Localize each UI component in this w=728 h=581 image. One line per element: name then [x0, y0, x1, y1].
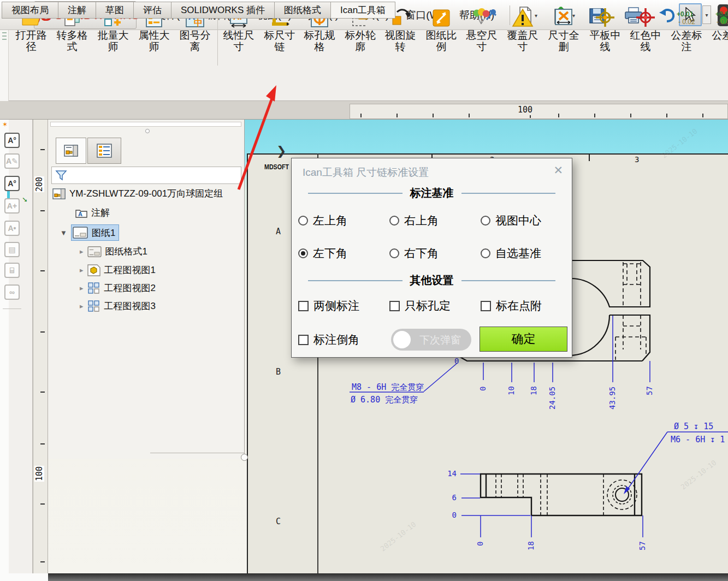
hole-callout2-line2[interactable]: M6 - 6H ↧ 1	[671, 435, 725, 444]
radio-icon[interactable]	[389, 248, 399, 258]
checkbox-icon[interactable]	[298, 335, 309, 345]
ribbon-tolerance-label-button[interactable]: +0.01 - 0.02 公差标注	[666, 3, 707, 69]
ordinate-dim[interactable]: 57	[645, 386, 654, 395]
ordinate-dim[interactable]: 18	[526, 541, 535, 550]
toggle-knob[interactable]	[393, 331, 411, 348]
ordinate-dim[interactable]: 6	[438, 493, 457, 502]
tab-display-pane[interactable]	[87, 138, 121, 164]
radio-checked-icon[interactable]	[298, 248, 308, 258]
section-other-settings: 其他设置	[308, 273, 555, 288]
radio-view-center[interactable]: 视图中心	[481, 213, 541, 228]
hole-callout-line2[interactable]: Ø 6.80 完全贯穿	[351, 395, 418, 405]
ordinate-dim[interactable]: 0	[438, 511, 457, 519]
ordinate-jog-zero[interactable]: 0	[454, 357, 459, 365]
note-edit-icon[interactable]: A✎	[4, 153, 20, 169]
ribbon-floating-dim-button[interactable]: 悬空尺寸	[461, 3, 502, 69]
checkbox-both-sides[interactable]: 两侧标注	[298, 298, 359, 313]
note-lock-icon[interactable]: A•	[4, 221, 20, 236]
ruler-tick	[530, 115, 531, 118]
ribbon-tolerance-2-button[interactable]: +0.0 - 0.0 公差排	[707, 3, 728, 69]
checkbox-icon[interactable]	[298, 301, 309, 311]
radio-icon[interactable]	[481, 248, 490, 258]
expander-icon[interactable]: ▸	[80, 284, 84, 292]
tree-item-sheet1[interactable]: ▼ 图纸1	[60, 224, 119, 241]
ordinate-dim[interactable]: 57	[638, 541, 647, 550]
tab-solidworks-addins[interactable]: SOLIDWORKS 插件	[171, 2, 274, 19]
radio-icon[interactable]	[298, 216, 308, 226]
tree-item-view1[interactable]: ▸ 工程图视图1	[80, 264, 156, 276]
svg-text:- 0.0: - 0.0	[717, 18, 728, 26]
next-popup-toggle[interactable]: 下次弹窗	[391, 329, 471, 351]
drawing-document-icon	[52, 188, 66, 200]
tree-item-label: 注解	[91, 206, 110, 219]
tab-sketch[interactable]: 草图	[96, 2, 133, 19]
close-icon[interactable]: ✕	[553, 164, 563, 177]
tab-annotation[interactable]: 注解	[58, 2, 96, 19]
balloons-icon	[471, 8, 493, 28]
ordinate-dim[interactable]: 24.05	[548, 387, 557, 410]
tolerance-values-icon: +0.01 - 0.02	[673, 8, 700, 28]
ok-button[interactable]: 确定	[480, 327, 567, 352]
dialog-title: Ican工具箱 尺寸链标准设置	[303, 165, 429, 180]
note-export-icon[interactable]: A°	[4, 176, 20, 191]
warning-triangle-icon	[512, 8, 534, 28]
ordinate-dim[interactable]: 43.95	[608, 387, 617, 410]
radio-icon[interactable]	[481, 216, 490, 226]
note-add-icon[interactable]: A+	[4, 198, 20, 214]
tree-filter-input[interactable]	[51, 167, 241, 184]
ribbon-sheet-scale-button[interactable]: 图纸比例	[421, 3, 461, 69]
tree-item-view2[interactable]: ▸ 工程图视图2	[80, 282, 156, 294]
x-box-icon	[553, 8, 575, 28]
note-save-icon[interactable]: ▤	[4, 242, 20, 257]
radio-top-left[interactable]: 左上角	[298, 213, 347, 228]
tree-item-annotations[interactable]: A 注解	[75, 206, 110, 219]
radio-bottom-left[interactable]: 左下角	[298, 246, 347, 261]
ruler-label: 100	[34, 466, 44, 482]
tab-ican-toolbox[interactable]: Ican工具箱	[330, 2, 395, 19]
bottom-edge-strip	[48, 573, 728, 581]
checkbox-holes-only[interactable]: 只标孔定	[389, 298, 451, 313]
expander-icon[interactable]: ▸	[80, 302, 84, 310]
panel-collapse-handle[interactable]	[241, 454, 248, 461]
note-region-icon[interactable]: ⌸	[4, 263, 20, 278]
hole-callout-line1[interactable]: M8 - 6H 完全贯穿	[352, 382, 424, 393]
tab-evaluate[interactable]: 评估	[133, 2, 171, 19]
feature-tree-icon	[64, 144, 78, 157]
selected-row-highlight[interactable]: 图纸1	[71, 224, 119, 241]
ordinate-dim[interactable]: 0	[478, 387, 487, 391]
expander-icon[interactable]: ▸	[80, 266, 84, 274]
tab-sheet-format[interactable]: 图纸格式	[274, 2, 330, 19]
ruler-tick	[40, 331, 45, 333]
ribbon-red-centerline-button[interactable]: 红色中线	[625, 3, 666, 69]
checkbox-icon[interactable]	[389, 301, 400, 311]
ribbon-delete-all-dims-button[interactable]: 尺寸全删	[543, 3, 584, 69]
ruler-tick	[40, 443, 45, 444]
tab-view-layout[interactable]: 视图布局	[2, 2, 58, 19]
ribbon-flat-centerline-button[interactable]: 平板中线	[585, 3, 625, 69]
panel-resize-handle[interactable]	[145, 129, 150, 133]
checkbox-chamfer[interactable]: 标注倒角	[298, 332, 359, 347]
tree-item-sheet-format1[interactable]: ▸ 图纸格式1	[80, 245, 147, 258]
star-badge-icon: ✶	[2, 121, 8, 128]
radio-bottom-right[interactable]: 右下角	[389, 246, 439, 261]
radio-custom-datum[interactable]: 自选基准	[481, 246, 541, 261]
hole-callout2-line1[interactable]: Ø 5 ↧ 15	[674, 422, 713, 431]
checkbox-near-points[interactable]: 标在点附	[481, 298, 542, 313]
ribbon-override-dim-button[interactable]: 覆盖尺寸	[502, 3, 543, 69]
checkbox-icon[interactable]	[481, 301, 491, 311]
ordinate-dim[interactable]: 18	[529, 386, 538, 395]
radio-icon[interactable]	[389, 216, 399, 226]
expander-icon[interactable]: ▸	[80, 247, 84, 256]
ordinate-dim[interactable]: 14	[438, 469, 457, 478]
panel-scroll-strip[interactable]	[50, 122, 241, 127]
note-link-icon[interactable]: ∞	[4, 284, 20, 300]
tree-item-view3[interactable]: ▸ 工程图视图3	[80, 300, 156, 312]
note-new-icon[interactable]: A°	[4, 133, 20, 148]
ordinate-dim[interactable]: 10	[507, 386, 516, 395]
svg-text:A: A	[78, 211, 82, 217]
ordinate-dim[interactable]: 0	[476, 542, 484, 546]
expander-icon[interactable]: ▼	[60, 229, 67, 237]
radio-top-right[interactable]: 右上角	[389, 213, 439, 228]
tree-root-item[interactable]: YM-ZSHLWTZZ-09-001万向球固定组	[52, 187, 242, 200]
tab-feature-tree[interactable]	[56, 138, 86, 164]
